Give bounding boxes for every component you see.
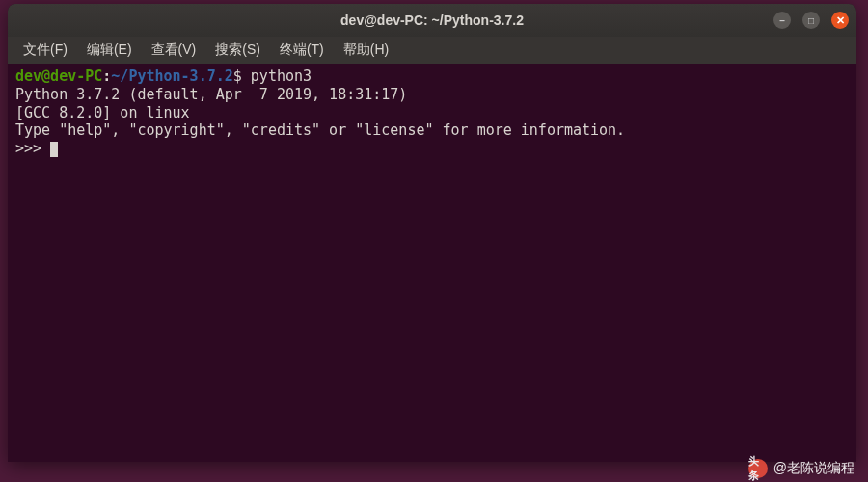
menu-help[interactable]: 帮助(H) [336,40,396,61]
prompt-command: python3 [242,67,312,85]
output-line-1: Python 3.7.2 (default, Apr 7 2019, 18:31… [15,86,407,103]
output-line-3: Type "help", "copyright", "credits" or "… [15,121,625,139]
prompt-colon: : [102,67,111,85]
close-button[interactable]: ✕ [831,12,849,29]
terminal-window: dev@dev-PC: ~/Python-3.7.2 – □ ✕ 文件(F) 编… [8,4,856,462]
cursor-icon [50,142,58,157]
menu-view[interactable]: 查看(V) [144,40,204,61]
prompt-dollar: $ [233,67,242,85]
window-title: dev@dev-PC: ~/Python-3.7.2 [340,13,524,28]
menu-search[interactable]: 搜索(S) [207,40,268,61]
menu-terminal[interactable]: 终端(T) [272,40,332,61]
menu-file[interactable]: 文件(F) [15,40,75,61]
terminal-body[interactable]: dev@dev-PC:~/Python-3.7.2$ python3 Pytho… [8,64,856,462]
minimize-button[interactable]: – [773,12,791,29]
watermark: 头条 @老陈说编程 [748,459,854,478]
menu-edit[interactable]: 编辑(E) [79,40,140,61]
output-line-2: [GCC 8.2.0] on linux [15,104,190,121]
menubar: 文件(F) 编辑(E) 查看(V) 搜索(S) 终端(T) 帮助(H) [8,37,856,64]
watermark-text: @老陈说编程 [773,460,854,477]
repl-prompt: >>> [15,140,50,157]
maximize-button[interactable]: □ [802,12,820,29]
window-controls: – □ ✕ [773,12,849,29]
watermark-icon: 头条 [748,459,768,478]
prompt-path: ~/Python-3.7.2 [111,67,232,85]
titlebar[interactable]: dev@dev-PC: ~/Python-3.7.2 – □ ✕ [8,4,856,37]
prompt-user-host: dev@dev-PC [15,67,102,85]
